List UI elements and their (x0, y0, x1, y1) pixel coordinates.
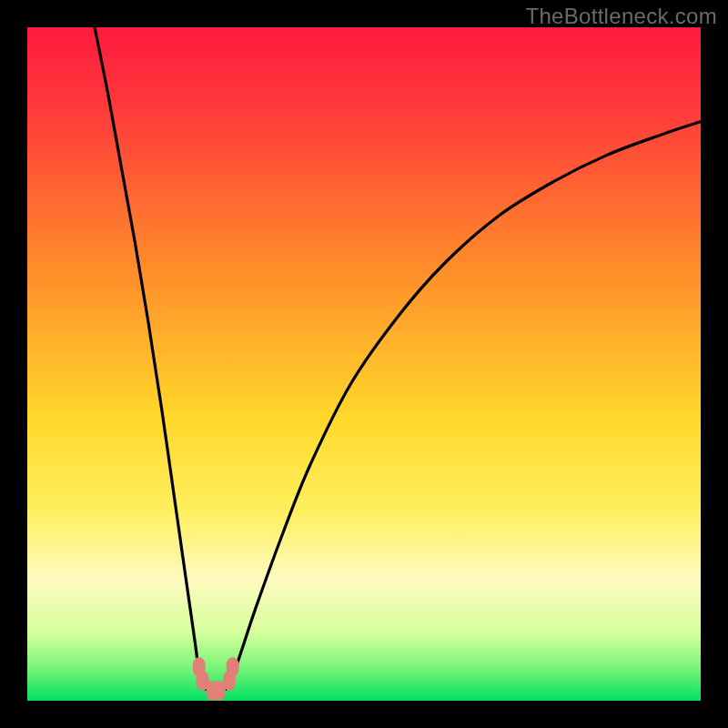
chart-frame: TheBottleneck.com (0, 0, 728, 728)
bottleneck-chart (27, 27, 701, 701)
datapoint-marker (227, 657, 239, 677)
watermark-text: TheBottleneck.com (525, 4, 717, 29)
